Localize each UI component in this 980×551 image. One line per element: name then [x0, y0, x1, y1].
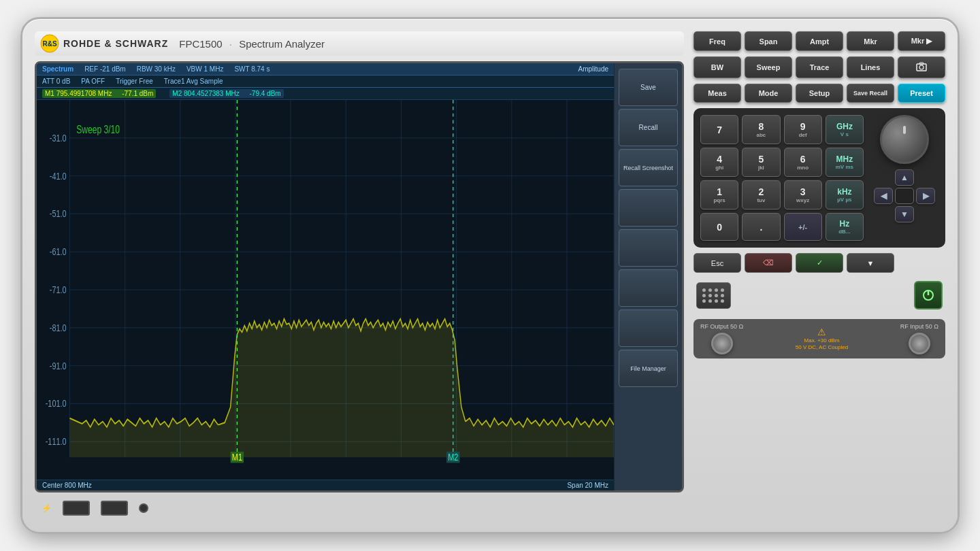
setup-button[interactable]: Setup [796, 84, 843, 103]
nav-up-button[interactable]: ▲ [895, 169, 914, 186]
softkey-recall-screenshot[interactable]: Recall Screenshot [619, 149, 678, 186]
swt-display: SWT 8.74 s [234, 65, 270, 73]
mkr-button[interactable]: Mkr [847, 31, 894, 51]
usb-icon: ⚡ [42, 503, 52, 513]
right-panel: Freq Span Ampt Mkr Mkr ▶ BW Sweep Trace … [693, 31, 945, 520]
num-4-button[interactable]: 4ghi [700, 148, 738, 177]
num-7-button[interactable]: 7 [700, 115, 738, 144]
pa-display: PA OFF [81, 78, 105, 85]
arrow-down-button[interactable]: ▼ [847, 253, 894, 273]
headphone-port [139, 503, 148, 513]
ghz-button[interactable]: GHzV s [826, 115, 864, 144]
rf-ports: RF Output 50 Ω ⚠ Max. +30 dBm50 V DC, AC… [693, 319, 945, 358]
center-display: Center 800 MHz [42, 482, 92, 489]
brand-logo: R&S ROHDE & SCHWARZ [40, 34, 168, 53]
svg-text:-71.0: -71.0 [50, 284, 67, 295]
mhz-button[interactable]: MHzmV ms [826, 148, 864, 177]
softkey-recall[interactable]: Recall [619, 109, 678, 146]
svg-text:-41.0: -41.0 [50, 170, 67, 182]
num-1-button[interactable]: 1pqrs [700, 180, 738, 210]
num-6-button[interactable]: 6mno [784, 148, 822, 177]
svg-point-41 [919, 65, 924, 69]
preset-button[interactable]: Preset [898, 84, 945, 103]
main-display: Spectrum REF -21 dBm RBW 30 kHz VBW 1 MH… [37, 63, 614, 490]
nav-down-button[interactable]: ▼ [895, 206, 914, 222]
decimal-button[interactable]: . [742, 213, 780, 241]
num-0-button[interactable]: 0 [700, 213, 738, 241]
softkey-empty2[interactable] [619, 229, 678, 267]
power-button[interactable] [914, 281, 943, 310]
camera-button[interactable] [898, 56, 945, 78]
num-2-button[interactable]: 2tuv [742, 180, 780, 210]
marker2-display: M2 804.4527383 MHz -79.4 dBm [169, 89, 283, 98]
power-icon [921, 288, 935, 302]
spectrum-display: -31.0 -41.0 -51.0 -61.0 -71.0 -81.0 -91.… [37, 100, 614, 480]
brand-name: ROHDE & SCHWARZ [63, 38, 168, 49]
numpad-grid: 7 8abc 9def GHzV s 4ghi 5jkl 6mno MHzmV … [700, 115, 864, 241]
svg-text:-61.0: -61.0 [50, 246, 67, 257]
meas-button[interactable]: Meas [693, 84, 741, 103]
bw-button[interactable]: BW [693, 56, 741, 78]
mkr-right-button[interactable]: Mkr ▶ [898, 31, 945, 51]
softkey-file-manager[interactable]: File Manager [619, 350, 678, 387]
func-row-1: Freq Span Ampt Mkr Mkr ▶ [693, 31, 945, 51]
mode-button[interactable]: Mode [745, 84, 792, 103]
num-9-button[interactable]: 9def [784, 115, 822, 144]
spectrum-svg: -31.0 -41.0 -51.0 -61.0 -71.0 -81.0 -91.… [37, 100, 614, 480]
rf-output-label: RF Output 50 Ω [700, 323, 743, 330]
softkey-empty1[interactable] [619, 189, 678, 227]
rf-input-connector [909, 333, 930, 354]
rf-output-connector [711, 333, 733, 354]
func-row-2: BW Sweep Trace Lines [693, 56, 945, 78]
esc-button[interactable]: Esc [693, 253, 741, 273]
freq-button[interactable]: Freq [693, 31, 741, 51]
nav-center-button[interactable] [895, 188, 914, 204]
rf-input-group: RF Input 50 Ω [900, 323, 938, 354]
model-label: FPC1500 · Spectrum Analyzer [179, 38, 325, 50]
rf-warning-text: Max. +30 dBm50 V DC, AC Coupled [796, 337, 848, 352]
lines-button[interactable]: Lines [847, 56, 894, 78]
svg-text:-31.0: -31.0 [50, 132, 67, 144]
hz-button[interactable]: HzdB... [826, 213, 864, 241]
sweep-button[interactable]: Sweep [745, 56, 792, 78]
status-bar: Spectrum REF -21 dBm RBW 30 kHz VBW 1 MH… [37, 63, 614, 76]
rf-input-label: RF Input 50 Ω [900, 323, 938, 330]
rf-warning-group: ⚠ Max. +30 dBm50 V DC, AC Coupled [754, 327, 889, 352]
bottom-bar: Center 800 MHz Span 20 MHz [37, 480, 614, 490]
svg-text:R&S: R&S [42, 40, 56, 48]
nav-left-button[interactable]: ◀ [874, 188, 893, 204]
att-display: ATT 0 dB [42, 78, 70, 85]
softkey-empty3[interactable] [619, 269, 678, 307]
svg-text:Sweep 3/10: Sweep 3/10 [76, 123, 120, 135]
usb-port-2 [101, 501, 128, 516]
nav-right-button[interactable]: ▶ [916, 188, 935, 204]
rf-output-group: RF Output 50 Ω [700, 323, 743, 354]
ampt-button[interactable]: Ampt [796, 31, 843, 51]
confirm-button[interactable]: ✓ [796, 253, 843, 273]
svg-text:M2: M2 [448, 451, 458, 463]
marker-bar: M1 795.4991708 MHz -77.1 dBm M2 804.4527… [37, 88, 614, 100]
status-bar-2: ATT 0 dB PA OFF Trigger Free Trace1 Avg … [37, 76, 614, 88]
usb-port-1 [63, 501, 90, 516]
svg-text:M1: M1 [232, 451, 242, 463]
svg-text:-81.0: -81.0 [50, 322, 67, 333]
backspace-button[interactable]: ⌫ [745, 253, 792, 273]
warning-icon: ⚠ [817, 327, 826, 337]
dots-button[interactable] [696, 282, 731, 309]
num-8-button[interactable]: 8abc [742, 115, 780, 144]
rotary-knob[interactable] [880, 115, 929, 164]
num-3-button[interactable]: 3wxyz [784, 180, 822, 210]
svg-text:-111.0: -111.0 [46, 435, 67, 447]
nav-group: ▲ ◀ ▶ ▼ [874, 169, 935, 222]
num-5-button[interactable]: 5jkl [742, 148, 780, 177]
save-recall-button[interactable]: Save Recall [847, 84, 894, 103]
softkey-empty4[interactable] [619, 310, 678, 347]
bottom-panel: ⚡ [35, 497, 684, 520]
softkeys-panel: Save Recall Recall Screenshot File Manag… [614, 63, 682, 490]
trace-button[interactable]: Trace [796, 56, 843, 78]
plusminus-button[interactable]: +/- [784, 213, 822, 241]
softkey-save[interactable]: Save [619, 69, 678, 106]
span-button[interactable]: Span [745, 31, 792, 51]
rs-logo-icon: R&S [40, 34, 59, 53]
khz-button[interactable]: kHzµV µs [826, 180, 864, 210]
